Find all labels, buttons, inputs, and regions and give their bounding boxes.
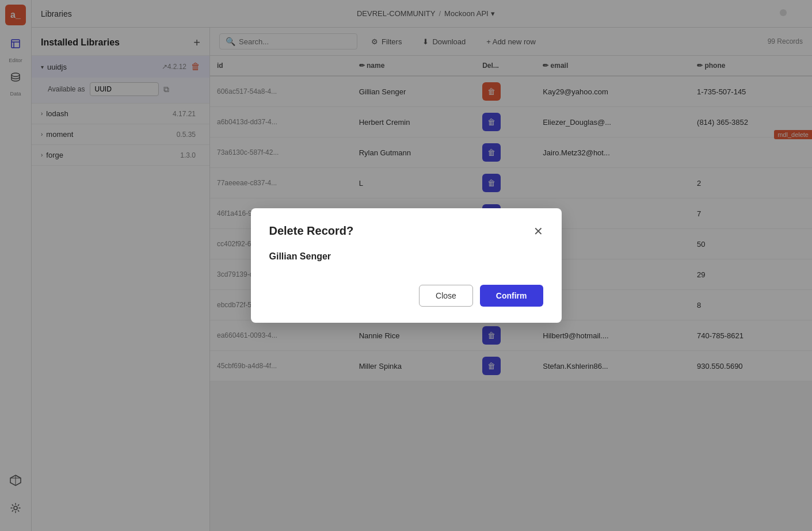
modal-record-name: Gillian Senger [269, 251, 543, 262]
close-button[interactable]: Close [419, 285, 473, 307]
modal-header: Delete Record? ✕ [269, 224, 543, 238]
modal-close-button[interactable]: ✕ [533, 226, 543, 237]
delete-modal: Delete Record? ✕ Gillian Senger Close Co… [251, 208, 562, 323]
modal-title: Delete Record? [269, 224, 354, 238]
modal-overlay[interactable]: Delete Record? ✕ Gillian Senger Close Co… [0, 0, 812, 531]
modal-footer: Close Confirm [269, 285, 543, 307]
confirm-button[interactable]: Confirm [480, 285, 543, 307]
